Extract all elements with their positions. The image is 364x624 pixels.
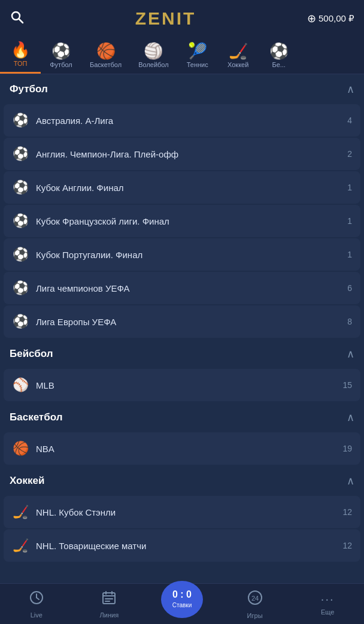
bottom-nav-games-label: Игры (247, 612, 263, 619)
bottom-nav-live[interactable]: Live (16, 590, 57, 619)
baseball-chevron-icon: ∧ (347, 347, 354, 361)
list-item-nba-text: NBA (36, 444, 54, 454)
list-item-portugal-cup[interactable]: ⚽ Кубок Португалии. Финал 1 (4, 238, 360, 271)
list-item-nhl-friendly-count: 12 (342, 541, 352, 550)
basketball-section-header[interactable]: Баскетбол ∧ (0, 402, 364, 431)
sports-nav-top[interactable]: 🔥 ТОП (0, 37, 41, 74)
svg-text:24: 24 (251, 595, 259, 602)
list-item-uel-text: Лига Европы УЕФА (36, 317, 116, 327)
fire-icon: 🔥 (11, 42, 30, 57)
list-item-uel-count: 8 (347, 317, 352, 326)
list-item-ucl-count: 6 (347, 283, 352, 293)
basketball-ball-icon: 🏀 (12, 441, 29, 456)
svg-line-4 (37, 598, 39, 599)
football-icon: ⚽ (51, 43, 71, 59)
main-content: Футбол ∧ ⚽ Австралия. А-Лига 4 ⚽ Англия.… (0, 74, 364, 605)
sports-nav-basketball-label: Баскетбол (90, 61, 122, 68)
list-item-mlb[interactable]: ⚾ MLB 15 (4, 369, 360, 401)
sports-nav-hockey-label: Хоккей (228, 61, 248, 68)
bets-score: 0 : 0 (172, 590, 192, 599)
hockey-puck-icon: 🏒 (12, 504, 29, 520)
list-item-england-cl[interactable]: ⚽ Англия. Чемпион-Лига. Плей-офф 2 (4, 138, 360, 170)
sports-nav-more-label: Бе... (272, 61, 286, 68)
search-icon[interactable] (10, 10, 24, 28)
list-item-nhl-stanley[interactable]: 🏒 NHL. Кубок Стэнли 12 (4, 496, 360, 528)
basketball-icon: 🏀 (96, 43, 116, 59)
bottom-nav-line-label: Линия (100, 611, 119, 619)
balance-display[interactable]: ⊕ 500,00 ₽ (307, 12, 354, 25)
basketball-chevron-icon: ∧ (347, 411, 354, 424)
bottom-nav-line[interactable]: Линия (88, 590, 130, 619)
calendar-icon (101, 590, 117, 609)
header: ZENIT ⊕ 500,00 ₽ (0, 0, 364, 37)
sports-nav-volleyball[interactable]: 🏐 Волейбол (130, 37, 177, 74)
hockey-section-header[interactable]: Хоккей ∧ (0, 466, 364, 495)
basketball-section-title: Баскетбол (10, 411, 62, 423)
football-ball-icon-7: ⚽ (12, 314, 29, 329)
bottom-nav-more-label: Еще (321, 608, 334, 616)
list-item-nhl-stanley-count: 12 (342, 507, 352, 517)
bottom-nav-bets[interactable]: 0 : 0 Ставки (161, 581, 203, 618)
list-item-nba[interactable]: 🏀 NBA 19 (4, 432, 360, 465)
list-item-nhl-friendly-text: NHL. Товарищеские матчи (36, 541, 146, 551)
sports-nav-basketball[interactable]: 🏀 Баскетбол (81, 37, 130, 74)
balance-amount: 500,00 ₽ (318, 13, 354, 24)
list-item-australia-text: Австралия. А-Лига (36, 116, 113, 126)
live-clock-icon (29, 590, 44, 609)
sports-nav-more[interactable]: ⚽ Бе... (259, 37, 299, 74)
sports-nav-hockey[interactable]: 🏒 Хоккей (218, 37, 259, 74)
list-item-ucl-text: Лига чемпионов УЕФА (36, 283, 130, 293)
baseball-section-header[interactable]: Бейсбол ∧ (0, 339, 364, 368)
bottom-nav-live-label: Live (31, 611, 43, 619)
list-item-portugal-cup-count: 1 (347, 250, 352, 259)
sports-nav-volleyball-label: Волейбол (138, 61, 169, 68)
football-ball-icon-5: ⚽ (12, 247, 29, 262)
volleyball-icon: 🏐 (144, 43, 163, 59)
list-item-england-cl-text: Англия. Чемпион-Лига. Плей-офф (36, 149, 178, 159)
bottom-nav-more[interactable]: ··· Еще (307, 592, 348, 616)
list-item-nhl-stanley-text: NHL. Кубок Стэнли (36, 507, 116, 517)
list-item-mlb-text: MLB (36, 380, 54, 390)
football-chevron-icon: ∧ (347, 83, 354, 96)
more-dots-icon: ··· (321, 592, 335, 606)
list-item-nba-count: 19 (342, 444, 352, 453)
svg-line-1 (19, 19, 23, 23)
list-item-england-cl-count: 2 (347, 149, 352, 159)
football-section-header[interactable]: Футбол ∧ (0, 74, 364, 103)
sports-nav-top-label: ТОП (14, 60, 28, 67)
baseball-section-title: Бейсбол (10, 348, 53, 360)
list-item-mlb-count: 15 (342, 380, 352, 390)
hockey-chevron-icon: ∧ (347, 474, 354, 487)
tennis-icon: 🎾 (188, 43, 207, 59)
list-item-australia-count: 4 (347, 116, 352, 125)
list-item-france-cup[interactable]: ⚽ Кубок Французской лиги. Финал 1 (4, 205, 360, 237)
bottom-nav-games[interactable]: 24 Игры (234, 589, 276, 619)
football-section-title: Футбол (10, 83, 48, 95)
app-logo: ZENIT (135, 8, 196, 29)
list-item-australia[interactable]: ⚽ Австралия. А-Лига 4 (4, 104, 360, 137)
more-sports-icon: ⚽ (269, 43, 289, 59)
list-item-nhl-friendly[interactable]: 🏒 NHL. Товарищеские матчи 12 (4, 529, 360, 562)
football-ball-icon-6: ⚽ (12, 280, 29, 296)
list-item-uel[interactable]: ⚽ Лига Европы УЕФА 8 (4, 305, 360, 338)
sports-navigation: 🔥 ТОП ⚽ Футбол 🏀 Баскетбол 🏐 Волейбол 🎾 … (0, 37, 364, 74)
list-item-portugal-cup-text: Кубок Португалии. Финал (36, 250, 142, 260)
baseball-icon: ⚾ (12, 377, 29, 393)
bottom-navigation: Live Линия 0 : 0 Ставки 24 Игры · (0, 583, 364, 624)
sports-nav-tennis-label: Теннис (187, 61, 208, 68)
football-ball-icon-2: ⚽ (12, 146, 29, 162)
sports-nav-football-label: Футбол (50, 61, 72, 68)
sports-nav-football[interactable]: ⚽ Футбол (41, 37, 81, 74)
list-item-england-cup-text: Кубок Англии. Финал (36, 183, 124, 193)
add-funds-icon[interactable]: ⊕ (307, 12, 316, 25)
list-item-france-cup-count: 1 (347, 216, 352, 226)
list-item-england-cup[interactable]: ⚽ Кубок Англии. Финал 1 (4, 171, 360, 204)
hockey-icon: 🏒 (229, 43, 248, 59)
games-icon: 24 (247, 589, 263, 610)
bottom-nav-bets-label: Ставки (172, 602, 192, 608)
list-item-ucl[interactable]: ⚽ Лига чемпионов УЕФА 6 (4, 272, 360, 304)
football-ball-icon: ⚽ (12, 113, 29, 128)
hockey-puck-icon-2: 🏒 (12, 538, 29, 553)
sports-nav-tennis[interactable]: 🎾 Теннис (177, 37, 218, 74)
football-ball-icon-3: ⚽ (12, 180, 29, 195)
